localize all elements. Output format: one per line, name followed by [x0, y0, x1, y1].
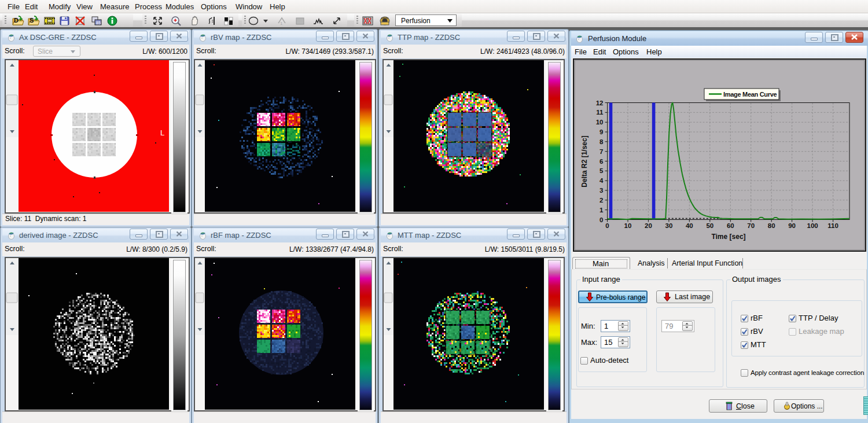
svg-text:2: 2: [599, 197, 603, 204]
svg-text:9: 9: [599, 128, 603, 135]
svg-text:5: 5: [599, 167, 604, 174]
svg-text:1: 1: [280, 21, 283, 26]
svg-text:S: S: [30, 17, 34, 24]
svg-text:110: 110: [827, 222, 838, 229]
svg-text:10: 10: [596, 119, 604, 126]
svg-text:20: 20: [645, 222, 652, 229]
svg-text:0: 0: [605, 222, 609, 229]
svg-text:60: 60: [727, 222, 734, 229]
svg-text:L: L: [160, 128, 164, 137]
svg-text:Image Mean Curve: Image Mean Curve: [723, 91, 777, 98]
svg-text:90: 90: [788, 222, 796, 229]
svg-text:40: 40: [686, 222, 693, 229]
svg-text:11: 11: [596, 109, 604, 116]
svg-text:80: 80: [768, 222, 775, 229]
svg-text:4: 4: [599, 177, 604, 184]
svg-text:8: 8: [599, 138, 604, 145]
svg-text:7: 7: [599, 148, 603, 155]
svg-text:50: 50: [706, 222, 713, 229]
svg-text:0: 0: [599, 216, 603, 223]
svg-text:D: D: [14, 17, 19, 24]
svg-text:6: 6: [599, 158, 603, 165]
svg-text:100: 100: [807, 222, 818, 229]
svg-text:Delta R2 [1/sec]: Delta R2 [1/sec]: [580, 135, 589, 187]
svg-text:10: 10: [624, 222, 632, 229]
svg-text:70: 70: [747, 222, 755, 229]
svg-text:3: 3: [599, 187, 603, 194]
svg-text:85: 85: [96, 21, 101, 25]
svg-text:12: 12: [596, 100, 604, 106]
svg-text:1: 1: [599, 207, 604, 214]
svg-text:30: 30: [665, 222, 673, 229]
svg-text:Time [sec]: Time [sec]: [711, 233, 745, 241]
